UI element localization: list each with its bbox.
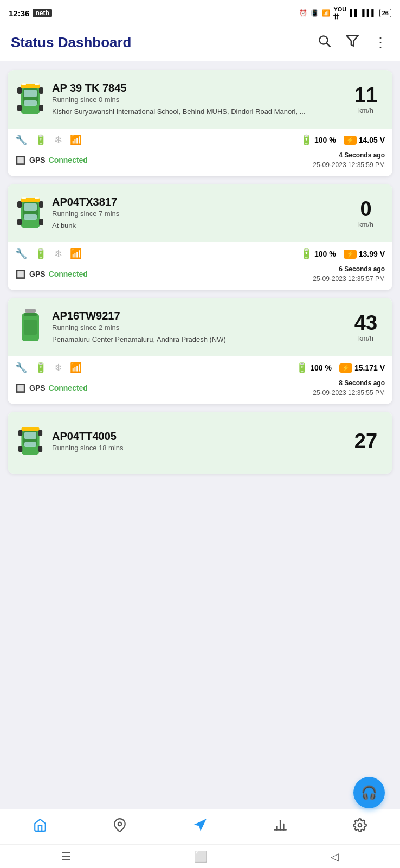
vibrate-icon: 📳 [311,9,319,17]
running-since-2: Running since 2 mins [52,323,340,331]
settings-icon [353,818,367,835]
search-button[interactable] [315,31,333,53]
location-2: Penamaluru Center Penamaluru, Andhra Pra… [52,335,340,344]
status-row-0: 🔧 🔋 ❄ 📶 🔋 100 % ⚡ 14.05 V [15,134,385,146]
running-since-1: Running since 7 mins [52,209,340,218]
android-menu-button[interactable]: ☰ [50,846,82,867]
status-icons-2: 🔧 🔋 ❄ 📶 [15,362,82,374]
nav-home[interactable] [0,809,80,844]
gps-row-2: 🔲 GPS Connected 8 Seconds ago 25-09-2023… [15,378,385,398]
svg-point-44 [358,824,362,827]
more-options-button[interactable]: ⋮ [371,32,389,53]
hammer-icon-0: 🔧 [15,134,27,146]
snowflake-icon-0: ❄ [54,134,62,146]
speed-value-0: 11 [354,85,377,105]
card-top-3: AP04TT4005 Running since 18 mins 27 [8,412,392,474]
svg-rect-18 [24,214,37,220]
full-timestamp-2: 25-09-2023 12:35:55 PM [313,388,385,398]
search-icon [317,34,331,48]
status-time: 12:36 neth [9,9,52,18]
speed-unit-2: km/h [358,334,373,342]
nav-navigate[interactable] [160,809,240,844]
home-icon [33,818,47,835]
time-ago-1: 6 Seconds ago [313,264,385,274]
snowflake-icon-2: ❄ [54,362,62,374]
battery-icon-1: 🔋 [300,248,312,260]
svg-rect-35 [38,430,42,436]
speed-box-1: 0 km/h [347,199,385,228]
status-bar: 12:36 neth ⏰ 📳 📶 YOU廿 ▌▌ ▌▌▌ 26 [0,0,400,26]
svg-rect-37 [38,446,42,452]
signal2-icon: ▌▌ [350,9,359,17]
speed-box-2: 43 km/h [347,312,385,342]
status-row-2: 🔧 🔋 ❄ 📶 🔋 100 % ⚡ 15.171 V [15,362,385,374]
charge-icon-0: 🔋 [35,134,47,146]
card-info-0: AP 39 TK 7845 Running since 0 mins Kisho… [52,82,340,117]
voltage-icon-0: ⚡ [344,136,357,145]
svg-rect-19 [17,201,22,208]
vehicle-id-0: AP 39 TK 7845 [52,82,340,94]
svg-rect-27 [24,313,37,316]
filter-button[interactable] [343,31,362,53]
svg-rect-24 [35,197,39,199]
gps-status-2: Connected [49,384,88,392]
card-info-2: AP16TW9217 Running since 2 mins Penamalu… [52,310,340,344]
voltage-value-2: 15.171 V [354,363,385,372]
svg-rect-8 [17,87,22,94]
hammer-icon-1: 🔧 [15,248,27,260]
voltage-box-0: ⚡ 14.05 V [344,136,385,145]
full-timestamp-1: 25-09-2023 12:35:57 PM [313,274,385,284]
gps-info-1: 🔲 GPS Connected [15,269,88,279]
snowflake-icon-1: ❄ [54,248,62,260]
taxi-icon [16,79,44,120]
wifi-status-icon-0: 📶 [70,134,82,146]
voltage-icon-2: ⚡ [339,363,352,373]
gps-row-0: 🔲 GPS Connected 4 Seconds ago 25-09-2023… [15,150,385,170]
gps-chip-icon-0: 🔲 [15,155,26,165]
time-ago-0: 4 Seconds ago [313,150,385,160]
battery-status-2: 🔋 100 % [296,362,332,374]
timestamp-1: 6 Seconds ago 25-09-2023 12:35:57 PM [313,264,385,284]
hammer-icon-2: 🔧 [15,362,27,374]
voltage-box-1: ⚡ 13.99 V [344,250,385,259]
svg-rect-32 [24,432,36,439]
status-icons-0: 🔧 🔋 ❄ 📶 [15,134,82,146]
nav-stats[interactable] [240,809,320,844]
time-ago-2: 8 Seconds ago [313,378,385,388]
android-home-button[interactable]: ⬜ [183,846,218,867]
gps-info-2: 🔲 GPS Connected [15,383,88,393]
running-since-3: Running since 18 mins [52,444,340,452]
gps-label-1: GPS [29,270,46,278]
filter-icon [345,34,359,48]
nav-settings[interactable] [320,809,400,844]
android-back-button[interactable]: ◁ [320,846,350,867]
battery-level: 26 [382,10,389,16]
alarm-icon: ⏰ [299,9,307,17]
support-fab[interactable]: 🎧 [353,777,385,808]
android-navigation-bar: ☰ ⬜ ◁ [0,844,400,868]
status-row-1: 🔧 🔋 ❄ 📶 🔋 100 % ⚡ 13.99 V [15,248,385,260]
svg-marker-2 [346,35,358,46]
nav-location[interactable] [80,809,160,844]
card-bottom-2: 🔧 🔋 ❄ 📶 🔋 100 % ⚡ 15.171 V 🔲 GPS [8,356,392,404]
app-bar: Status Dashboard ⋮ [0,26,400,61]
gps-chip-icon-2: 🔲 [15,383,26,393]
svg-rect-12 [22,83,26,85]
speed-value-2: 43 [354,312,377,333]
nav-items [0,809,400,844]
vehicle-card-2[interactable]: AP16TW9217 Running since 2 mins Penamalu… [8,298,392,404]
card-info-1: AP04TX3817 Running since 7 mins At bunk [52,196,340,231]
vehicle-card-1[interactable]: AP04TX3817 Running since 7 mins At bunk … [8,184,392,290]
battery-status-0: 🔋 100 % [300,134,336,146]
battery-percent-1: 100 % [314,250,336,258]
gps-info-0: 🔲 GPS Connected [15,155,88,165]
card-bottom-0: 🔧 🔋 ❄ 📶 🔋 100 % ⚡ 14.05 V 🔲 GPS [8,129,392,176]
card-info-3: AP04TT4005 Running since 18 mins [52,430,340,452]
vehicle-card-0[interactable]: AP 39 TK 7845 Running since 0 mins Kisho… [8,70,392,176]
vehicle-icon-1 [15,192,46,235]
headset-icon: 🎧 [361,785,377,800]
vehicle-card-3[interactable]: AP04TT4005 Running since 18 mins 27 [8,412,392,474]
voltage-box-2: ⚡ 15.171 V [339,363,385,373]
time-display: 12:36 [9,9,29,18]
svg-rect-20 [39,201,43,208]
